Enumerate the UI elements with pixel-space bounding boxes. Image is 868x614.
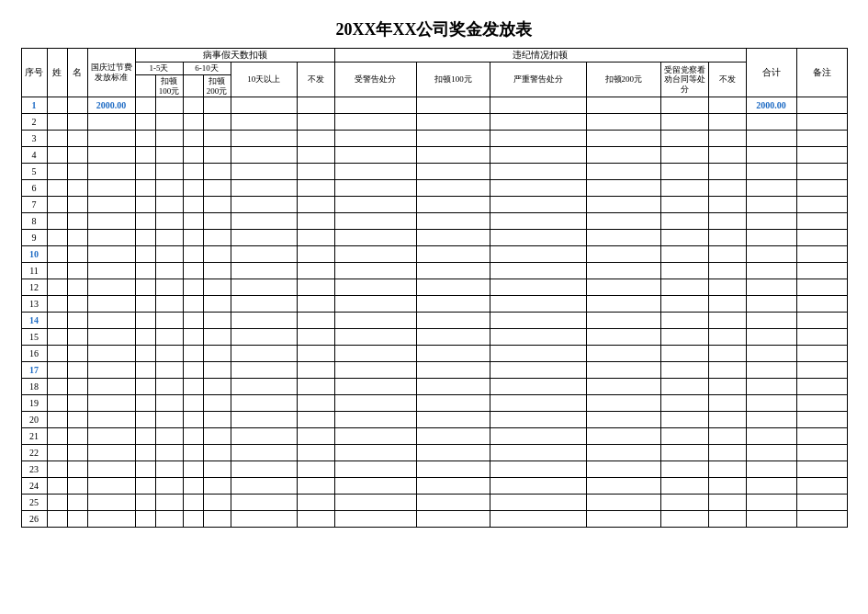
row-disc-contract [660,445,708,461]
row-total [746,114,796,131]
row-disc-no [708,428,746,445]
row-sick-no [298,97,335,114]
row-disc-no [708,147,746,164]
row-num: 1 [21,97,47,114]
row-disc-serious [490,197,587,213]
row-total [746,478,796,495]
row-name [67,478,87,495]
row-sick-10plus [231,131,298,147]
row-sick-1-5-check [135,246,155,263]
row-disc-warning-deduct [416,362,490,379]
row-disc-warning [334,362,416,379]
row-sick-1-5-deduct [155,511,183,528]
row-disc-warning [334,230,416,246]
row-sick-6-10-check [183,263,203,279]
row-disc-serious-deduct [586,428,660,445]
row-surname [47,279,67,296]
header-disc-warning: 受警告处分 [334,63,416,97]
row-total [746,379,796,395]
row-total [746,213,796,230]
row-sick-6-10-check [183,428,203,445]
row-name [67,412,87,428]
row-standard [87,213,135,230]
row-disc-warning-deduct [416,495,490,511]
row-sick-6-10-check [183,97,203,114]
row-sick-6-10-check [183,379,203,395]
row-disc-no [708,246,746,263]
row-sick-no [298,478,335,495]
row-total [746,147,796,164]
row-sick-6-10-check [183,213,203,230]
row-sick-no [298,263,335,279]
row-sick-1-5-deduct [155,230,183,246]
row-total [746,511,796,528]
row-sick-10plus [231,279,298,296]
row-surname [47,495,67,511]
row-sick-6-10-check [183,412,203,428]
header-sick-6-10-check [183,74,203,97]
row-sick-no [298,313,335,329]
row-disc-serious-deduct [586,246,660,263]
row-sick-no [298,461,335,478]
row-total [746,197,796,213]
row-sick-no [298,180,335,197]
row-num: 10 [21,246,47,263]
row-disc-warning [334,97,416,114]
row-sick-6-10-check [183,445,203,461]
row-disc-serious-deduct [586,164,660,180]
row-name [67,495,87,511]
row-surname [47,180,67,197]
row-sick-6-10-deduct [203,246,231,263]
table-row: 18 [21,379,847,395]
row-disc-serious [490,362,587,379]
row-total [746,313,796,329]
table-row: 11 [21,263,847,279]
table-row: 20 [21,412,847,428]
row-disc-warning-deduct [416,329,490,346]
row-surname [47,296,67,313]
row-disc-warning-deduct [416,131,490,147]
row-sick-6-10-check [183,114,203,131]
row-sick-6-10-check [183,180,203,197]
row-disc-contract [660,395,708,412]
row-disc-warning [334,511,416,528]
row-standard [87,445,135,461]
row-sick-1-5-check [135,296,155,313]
row-sick-no [298,412,335,428]
row-disc-no [708,445,746,461]
row-standard [87,395,135,412]
row-name [67,329,87,346]
row-disc-serious [490,180,587,197]
row-disc-contract [660,346,708,362]
row-disc-no [708,296,746,313]
row-disc-serious [490,114,587,131]
row-standard [87,246,135,263]
row-surname [47,147,67,164]
row-sick-no [298,197,335,213]
row-sick-no [298,230,335,246]
row-disc-serious-deduct [586,213,660,230]
row-sick-1-5-deduct [155,164,183,180]
row-disc-serious [490,230,587,246]
row-name [67,461,87,478]
row-disc-warning-deduct [416,313,490,329]
row-sick-no [298,329,335,346]
row-num: 11 [21,263,47,279]
row-sick-1-5-check [135,263,155,279]
table-row: 21 [21,428,847,445]
row-disc-warning [334,197,416,213]
row-disc-contract [660,362,708,379]
row-sick-1-5-deduct [155,461,183,478]
row-sick-1-5-check [135,313,155,329]
row-disc-contract [660,379,708,395]
row-sick-6-10-deduct [203,180,231,197]
row-name [67,114,87,131]
row-sick-10plus [231,213,298,230]
header-disc-warning-deduct: 扣顿100元 [416,63,490,97]
row-disc-serious-deduct [586,313,660,329]
row-sick-10plus [231,395,298,412]
row-remark [796,114,847,131]
table-row: 25 [21,495,847,511]
row-remark [796,131,847,147]
row-disc-contract [660,164,708,180]
